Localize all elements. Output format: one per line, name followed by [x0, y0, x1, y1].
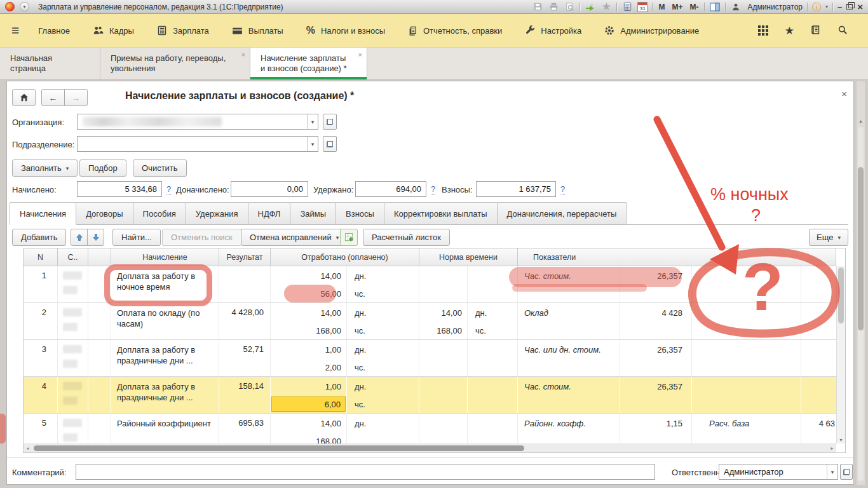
tab-nachisleniya[interactable]: Начисления — [10, 202, 76, 225]
memory-m-minus-button[interactable]: M- — [688, 3, 700, 11]
table-row[interactable]: 5 Районный коэффициент 695,83 14,00 168,… — [24, 414, 845, 444]
find-button[interactable]: Найти... — [112, 229, 161, 246]
header-spacer[interactable] — [88, 248, 111, 266]
calculator-icon[interactable] — [621, 1, 633, 12]
move-down-button[interactable] — [87, 229, 104, 246]
extra-field[interactable]: 0,00 — [231, 181, 308, 197]
header-indicators[interactable]: Показатели — [518, 248, 836, 266]
save-icon[interactable] — [532, 1, 543, 12]
scroll-left-icon[interactable]: ◂ — [24, 444, 32, 452]
scrollbar-thumb[interactable] — [34, 445, 524, 451]
tab-close-icon[interactable]: × — [241, 51, 245, 58]
table-horizontal-scrollbar[interactable]: ◂ ▸ — [24, 444, 836, 452]
worked-hours-value[interactable]: 6,00 — [271, 396, 346, 412]
memory-m-button[interactable]: M — [657, 3, 666, 11]
window-close-button[interactable]: × — [857, 2, 863, 11]
header-result[interactable]: Результат — [219, 248, 271, 266]
org-open-button[interactable] — [323, 114, 337, 130]
tab-vznosy[interactable]: Взносы — [336, 202, 384, 224]
worked-hours-value[interactable]: 56,00 — [320, 289, 341, 299]
menu-item-nastroika[interactable]: Настройка — [525, 25, 581, 36]
header-n[interactable]: N — [24, 248, 58, 266]
dept-open-button[interactable] — [323, 136, 337, 152]
dept-field[interactable]: ▾ — [77, 136, 318, 152]
tab-close-icon[interactable]: × — [358, 51, 362, 58]
withheld-help-link[interactable]: ? — [431, 184, 435, 194]
back-button[interactable]: ← — [41, 89, 65, 106]
menu-item-administrirovanie[interactable]: Администрирование — [604, 25, 699, 36]
dept-dropdown-icon[interactable]: ▾ — [307, 137, 318, 151]
more-button[interactable]: Еще ▾ — [809, 229, 848, 246]
tab-hires[interactable]: Приемы на работу, переводы, увольнения × — [100, 48, 250, 79]
restore-button[interactable] — [846, 4, 853, 10]
undo-fix-button[interactable]: Отмена исправлений ▾ — [241, 229, 348, 246]
hamburger-icon[interactable]: ≡ — [11, 23, 19, 38]
tab-donachisleniya[interactable]: Доначисления, перерасчеты — [497, 202, 627, 224]
tab-posobiya[interactable]: Пособия — [133, 202, 186, 224]
header-employee[interactable]: С.. — [58, 248, 88, 266]
favorites-icon[interactable]: ★ — [785, 25, 794, 36]
tab-ndfl[interactable]: НДФЛ — [248, 202, 291, 224]
add-favorite-icon[interactable] — [585, 1, 596, 12]
print-icon[interactable] — [548, 1, 559, 12]
move-up-button[interactable] — [71, 229, 88, 246]
menu-item-kadry[interactable]: Кадры — [93, 25, 134, 36]
table-row[interactable]: 2 Оплата по окладу (по часам) 4 428,00 1… — [24, 303, 845, 340]
menu-item-glavnoe[interactable]: Главное — [38, 26, 70, 36]
tab-accrual-active[interactable]: Начисление зарплаты и взносов (создание)… — [250, 48, 367, 79]
payslip-button[interactable]: Расчетный листок — [363, 229, 450, 246]
favorites-star-icon[interactable]: ★ — [600, 1, 612, 12]
table-row[interactable]: 1 Доплата за работу в ночное время 14,00… — [24, 266, 845, 303]
tab-uderzhaniya[interactable]: Удержания — [186, 202, 248, 224]
scroll-right-icon[interactable]: ▸ — [828, 444, 836, 452]
table-settings-button[interactable] — [340, 229, 358, 246]
contrib-field[interactable]: 1 637,75 — [476, 181, 556, 197]
minimize-button[interactable]: – — [837, 2, 842, 11]
system-menu-button[interactable]: ▾ — [20, 2, 29, 11]
org-field[interactable]: ▾ — [77, 114, 318, 130]
preview-icon[interactable] — [564, 1, 575, 12]
form-close-button[interactable]: × — [841, 89, 847, 98]
home-button[interactable] — [12, 89, 36, 106]
info-icon[interactable]: ⓘ — [812, 3, 821, 11]
calendar-icon[interactable]: 31 — [637, 2, 648, 12]
scrollbar-thumb[interactable] — [838, 268, 844, 323]
cancel-search-button[interactable]: Отменить поиск — [162, 229, 241, 246]
history-icon[interactable] — [811, 25, 821, 37]
table-row[interactable]: 4 Доплата за работу в праздничные дни ..… — [24, 377, 845, 414]
accrued-help-link[interactable]: ? — [166, 184, 171, 194]
info-caret-icon[interactable]: ▾ — [825, 4, 828, 10]
menu-item-nalogi[interactable]: % Налоги и взносы — [306, 25, 385, 36]
worked-hours-value[interactable]: 2,00 — [325, 363, 341, 372]
tab-home-page[interactable]: Начальная страница — [0, 48, 100, 79]
responsible-dropdown-icon[interactable]: ▾ — [827, 464, 837, 479]
table-row[interactable]: 3 Доплата за работу в праздничные дни ..… — [24, 340, 845, 377]
menu-item-zarplata[interactable]: Зарплата — [157, 25, 209, 36]
window-vertical-scrollbar[interactable]: ▴ — [857, 81, 865, 485]
scrollbar-thumb[interactable] — [858, 167, 864, 330]
header-worked[interactable]: Отработано (оплачено) — [271, 248, 419, 266]
scroll-down-icon[interactable]: ▾ — [837, 437, 845, 443]
worked-hours-value[interactable]: 168,00 — [316, 437, 341, 444]
menu-item-vyplaty[interactable]: Выплаты — [232, 26, 283, 36]
current-user-label[interactable]: Администратор — [747, 3, 803, 11]
comment-input[interactable] — [76, 464, 655, 480]
tab-zaimy[interactable]: Займы — [290, 202, 336, 224]
add-row-button[interactable]: Добавить — [12, 229, 66, 246]
tab-korrektirovki[interactable]: Корректировки выплаты — [384, 202, 498, 224]
pick-button[interactable]: Подбор — [79, 159, 126, 177]
memory-m-plus-button[interactable]: M+ — [670, 3, 684, 11]
search-icon[interactable] — [837, 25, 848, 37]
tab-dogovory[interactable]: Договоры — [76, 202, 133, 224]
scroll-up-icon[interactable]: ▴ — [857, 118, 865, 124]
menu-item-otchetnost[interactable]: Отчетность, справки — [408, 25, 502, 36]
header-norm[interactable]: Норма времени — [419, 248, 518, 266]
clear-button[interactable]: Очистить — [133, 159, 187, 177]
responsible-open-button[interactable] — [840, 464, 853, 480]
fill-button[interactable]: Заполнить ▾ — [12, 159, 78, 177]
header-accrual[interactable]: Начисление — [111, 248, 219, 266]
forward-button[interactable]: → — [64, 89, 88, 106]
org-dropdown-icon[interactable]: ▾ — [307, 114, 318, 129]
responsible-field[interactable]: Администратор ▾ — [719, 464, 838, 480]
table-vertical-scrollbar[interactable]: ▾ — [836, 266, 845, 444]
